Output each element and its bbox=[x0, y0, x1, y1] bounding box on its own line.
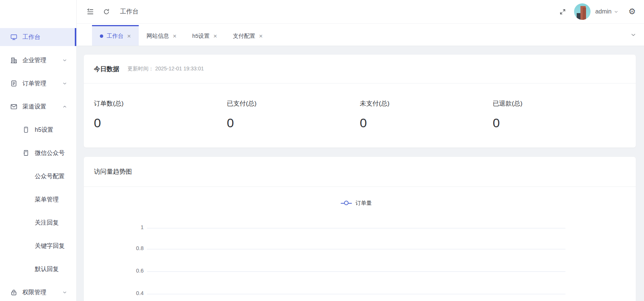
close-icon[interactable]: × bbox=[259, 33, 263, 39]
stat-value: 0 bbox=[94, 116, 227, 130]
stat-value: 0 bbox=[493, 116, 626, 130]
sidebar-item-label: 企业管理 bbox=[22, 57, 46, 64]
monitor-icon bbox=[10, 33, 18, 41]
stat-label: 已退款(总) bbox=[493, 99, 626, 108]
sidebar-item-label: 关注回复 bbox=[35, 219, 59, 227]
card-title: 今日数据 bbox=[94, 65, 119, 73]
chart-legend-orders[interactable]: 订单量 bbox=[147, 200, 565, 207]
sidebar-item-h5-settings[interactable]: h5设置 bbox=[0, 121, 76, 139]
update-time: 更新时间：2025-12-01 19:33:01 bbox=[128, 66, 204, 72]
sidebar-item-enterprise[interactable]: 企业管理 bbox=[0, 51, 76, 69]
chevron-down-icon[interactable] bbox=[614, 9, 619, 14]
sidebar-item-permissions[interactable]: 权限管理 bbox=[0, 283, 76, 301]
tab-h5-settings[interactable]: h5设置 × bbox=[184, 25, 225, 46]
sidebar-item-label: 菜单管理 bbox=[35, 196, 59, 204]
stat-refunded: 已退款(总) 0 bbox=[493, 99, 626, 130]
gridline bbox=[147, 294, 565, 294]
y-axis-tick: 0.8 bbox=[117, 245, 144, 251]
sidebar-item-label: 工作台 bbox=[22, 33, 40, 41]
sidebar-item-keyword-reply[interactable]: 关键字回复 bbox=[0, 237, 76, 255]
gridline bbox=[147, 249, 565, 249]
document-icon bbox=[10, 80, 18, 87]
username[interactable]: admin bbox=[595, 8, 612, 15]
navbar-right: admin ⚙ bbox=[559, 3, 636, 20]
tab-label: 工作台 bbox=[107, 33, 123, 40]
stat-value: 0 bbox=[227, 116, 360, 130]
sidebar-item-label: 权限管理 bbox=[22, 289, 46, 297]
y-axis-tick: 1 bbox=[117, 224, 144, 230]
sidebar-item-wechat-official[interactable]: 微信公众号 bbox=[0, 144, 76, 162]
navbar: 工作台 admin ⚙ bbox=[77, 0, 644, 24]
tab-payment-config[interactable]: 支付配置 × bbox=[225, 25, 271, 46]
sidebar-item-follow-reply[interactable]: 关注回复 bbox=[0, 214, 76, 232]
update-time-label: 更新时间： bbox=[128, 66, 154, 72]
stat-label: 订单数(总) bbox=[94, 99, 227, 108]
sidebar-item-official-config[interactable]: 公众号配置 bbox=[0, 167, 76, 185]
close-icon[interactable]: × bbox=[173, 33, 177, 39]
visits-trend-card: 访问量趋势图 订单量 1 0.8 0.6 0.4 bbox=[84, 157, 636, 301]
breadcrumb: 工作台 bbox=[120, 7, 139, 16]
stat-value: 0 bbox=[360, 116, 493, 130]
sidebar-item-label: h5设置 bbox=[35, 126, 53, 134]
sidebar-item-orders[interactable]: 订单管理 bbox=[0, 75, 76, 92]
sidebar-item-default-reply[interactable]: 默认回复 bbox=[0, 260, 76, 278]
stats-row: 订单数(总) 0 已支付(总) 0 未支付(总) 0 已退款(总) 0 bbox=[84, 83, 636, 148]
building-icon bbox=[10, 57, 18, 64]
sidebar-item-label: 微信公众号 bbox=[35, 149, 65, 157]
stat-label: 未支付(总) bbox=[360, 99, 493, 108]
envelope-icon bbox=[10, 103, 18, 110]
line-chart: 订单量 1 0.8 0.6 0.4 bbox=[84, 187, 636, 301]
sidebar-item-label: 关键字回复 bbox=[35, 242, 65, 250]
y-axis-tick: 0.6 bbox=[117, 268, 144, 274]
tab-label: 网站信息 bbox=[147, 33, 169, 40]
chevron-down-icon bbox=[62, 58, 67, 63]
stat-label: 已支付(总) bbox=[227, 99, 360, 108]
sidebar-item-label: 订单管理 bbox=[22, 80, 46, 88]
avatar[interactable] bbox=[574, 3, 591, 20]
close-icon[interactable]: × bbox=[127, 33, 131, 39]
chart-card-header: 访问量趋势图 bbox=[84, 157, 636, 187]
tab-site-info[interactable]: 网站信息 × bbox=[139, 25, 184, 46]
fold-sidebar-icon[interactable] bbox=[86, 8, 94, 16]
legend-line-circle-marker bbox=[341, 201, 352, 206]
sidebar-item-label: 公众号配置 bbox=[35, 173, 65, 180]
lock-icon bbox=[10, 289, 18, 296]
phone-icon bbox=[22, 126, 30, 134]
sidebar-item-channels[interactable]: 渠道设置 bbox=[0, 98, 76, 116]
chevron-down-icon bbox=[62, 290, 67, 295]
active-dot bbox=[100, 34, 103, 38]
tab-workbench[interactable]: 工作台 × bbox=[92, 25, 139, 46]
sidebar-item-workbench[interactable]: 工作台 bbox=[0, 28, 76, 46]
stat-paid: 已支付(总) 0 bbox=[227, 99, 360, 130]
main-area: 工作台 admin ⚙ 工作台 × 网站信息 × h5设置 bbox=[77, 0, 644, 301]
tab-label: h5设置 bbox=[192, 33, 210, 40]
gridline bbox=[147, 271, 565, 272]
journal-icon bbox=[22, 149, 30, 157]
sidebar-item-label: 默认回复 bbox=[35, 265, 59, 273]
chevron-down-icon bbox=[62, 81, 67, 86]
gridline bbox=[147, 228, 565, 228]
gear-icon[interactable]: ⚙ bbox=[628, 7, 636, 16]
card-title: 访问量趋势图 bbox=[94, 167, 132, 176]
sidebar-item-label: 渠道设置 bbox=[22, 103, 46, 111]
y-axis-tick: 0.4 bbox=[117, 290, 144, 296]
today-card-header: 今日数据 更新时间：2025-12-01 19:33:01 bbox=[84, 55, 636, 83]
fullscreen-icon[interactable] bbox=[559, 8, 566, 15]
tabs-dropdown-chevron-icon[interactable] bbox=[630, 31, 637, 38]
chevron-up-icon bbox=[62, 104, 67, 109]
today-data-card: 今日数据 更新时间：2025-12-01 19:33:01 订单数(总) 0 已… bbox=[84, 55, 636, 148]
legend-label: 订单量 bbox=[356, 200, 372, 207]
content-area: 今日数据 更新时间：2025-12-01 19:33:01 订单数(总) 0 已… bbox=[77, 46, 644, 301]
update-time-value: 2025-12-01 19:33:01 bbox=[155, 66, 204, 72]
refresh-icon[interactable] bbox=[103, 8, 110, 15]
close-icon[interactable]: × bbox=[214, 33, 217, 39]
stat-total-orders: 订单数(总) 0 bbox=[94, 99, 227, 130]
stat-unpaid: 未支付(总) 0 bbox=[360, 99, 493, 130]
sidebar: 工作台 企业管理 订单管理 渠道设置 h5设置 bbox=[0, 0, 77, 301]
tabs-bar: 工作台 × 网站信息 × h5设置 × 支付配置 × bbox=[77, 24, 644, 46]
tab-label: 支付配置 bbox=[233, 33, 255, 40]
sidebar-item-menu-management[interactable]: 菜单管理 bbox=[0, 191, 76, 209]
